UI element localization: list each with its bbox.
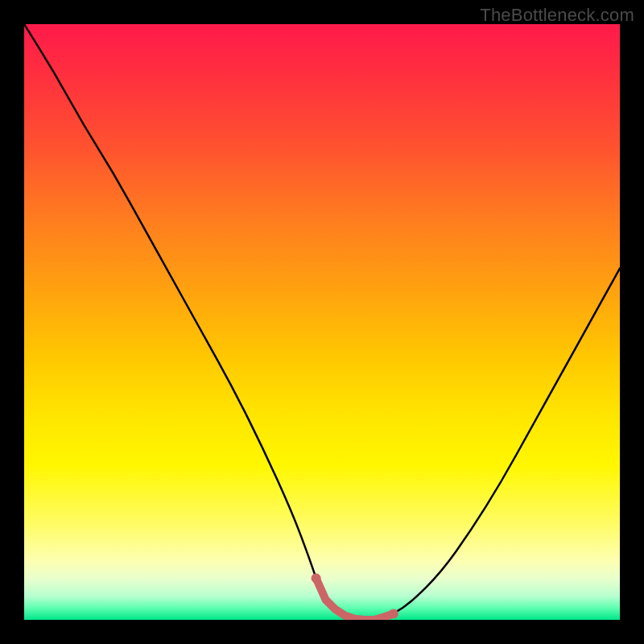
optimal-range-end-dot (389, 609, 398, 619)
curve-layer (24, 24, 620, 620)
chart-frame: TheBottleneck.com (0, 0, 644, 644)
optimal-range-start-dot (312, 573, 321, 583)
plot-area (24, 24, 620, 620)
watermark-text: TheBottleneck.com (480, 5, 634, 26)
optimal-range-highlight (316, 578, 394, 620)
bottleneck-curve (24, 24, 620, 620)
